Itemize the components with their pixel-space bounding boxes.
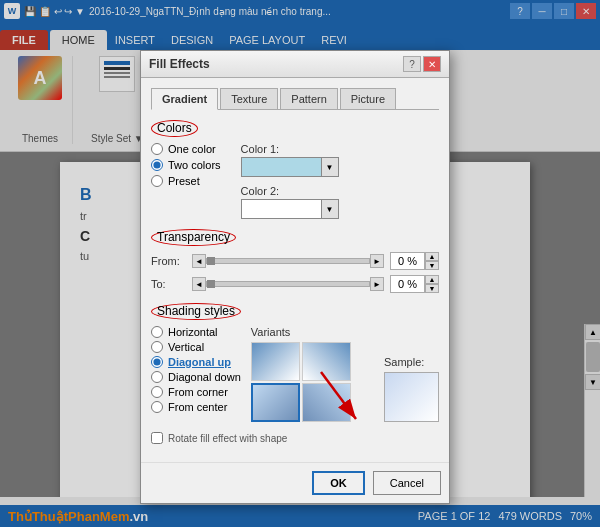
variants-label: Variants (251, 326, 370, 338)
dialog-overlay: Fill Effects ? ✕ Gradient Texture Patter… (0, 0, 600, 527)
tab-texture[interactable]: Texture (220, 88, 278, 109)
two-colors-radio[interactable] (151, 159, 163, 171)
dialog-tabs: Gradient Texture Pattern Picture (151, 88, 439, 110)
svg-line-1 (321, 372, 356, 419)
from-center-label: From center (168, 401, 227, 413)
from-slider-track[interactable] (206, 258, 370, 264)
ok-button[interactable]: OK (312, 471, 365, 495)
to-label: To: (151, 278, 186, 290)
from-spinner-down[interactable]: ▼ (425, 261, 439, 270)
dialog-help-button[interactable]: ? (403, 56, 421, 72)
from-slider[interactable]: ◄ ► (192, 254, 384, 268)
vertical-radio[interactable] (151, 341, 163, 353)
one-color-label: One color (168, 143, 216, 155)
horizontal-label: Horizontal (168, 326, 218, 338)
from-spinner-up[interactable]: ▲ (425, 252, 439, 261)
preset-radio[interactable] (151, 175, 163, 187)
from-slider-right[interactable]: ► (370, 254, 384, 268)
rotate-label: Rotate fill effect with shape (168, 433, 287, 444)
dialog-buttons: OK Cancel (141, 462, 449, 503)
color2-box[interactable] (241, 199, 321, 219)
diagonal-down-label: Diagonal down (168, 371, 241, 383)
from-label: From: (151, 255, 186, 267)
to-slider-track[interactable] (206, 281, 370, 287)
vertical-label: Vertical (168, 341, 204, 353)
vertical-option[interactable]: Vertical (151, 341, 241, 353)
one-color-radio[interactable] (151, 143, 163, 155)
color-pickers: Color 1: ▼ Color 2: ▼ (241, 143, 339, 219)
preset-option[interactable]: Preset (151, 175, 221, 187)
arrow-annotation (311, 367, 371, 427)
from-corner-label: From corner (168, 386, 228, 398)
color1-picker-row: Color 1: ▼ (241, 143, 339, 177)
from-center-radio[interactable] (151, 401, 163, 413)
sample-label: Sample: (384, 356, 439, 368)
cancel-button[interactable]: Cancel (373, 471, 441, 495)
shading-options: Horizontal Vertical Diagonal up Dia (151, 326, 241, 422)
sample-box (384, 372, 439, 422)
two-colors-label: Two colors (168, 159, 221, 171)
from-corner-radio[interactable] (151, 386, 163, 398)
tab-pattern[interactable]: Pattern (280, 88, 337, 109)
colors-section: Colors One color Two colors (151, 120, 439, 219)
shading-label: Shading styles (151, 303, 241, 320)
to-spinner-down[interactable]: ▼ (425, 284, 439, 293)
dialog-title-bar: Fill Effects ? ✕ (141, 51, 449, 78)
tab-gradient[interactable]: Gradient (151, 88, 218, 110)
to-slider-thumb[interactable] (207, 280, 215, 288)
horizontal-option[interactable]: Horizontal (151, 326, 241, 338)
tab-picture[interactable]: Picture (340, 88, 396, 109)
from-center-option[interactable]: From center (151, 401, 241, 413)
variant-1[interactable] (251, 342, 300, 381)
fill-effects-dialog: Fill Effects ? ✕ Gradient Texture Patter… (140, 50, 450, 504)
two-colors-option[interactable]: Two colors (151, 159, 221, 171)
horizontal-radio[interactable] (151, 326, 163, 338)
color-options: One color Two colors Preset (151, 143, 221, 219)
rotate-checkbox-row: Rotate fill effect with shape (151, 432, 439, 444)
transparency-section: Transparency From: ◄ ► (151, 229, 439, 293)
diagonal-down-radio[interactable] (151, 371, 163, 383)
to-percent-input[interactable] (390, 275, 425, 293)
color1-dropdown[interactable]: ▼ (321, 157, 339, 177)
dialog-close-button[interactable]: ✕ (423, 56, 441, 72)
from-slider-left[interactable]: ◄ (192, 254, 206, 268)
rotate-checkbox[interactable] (151, 432, 163, 444)
diagonal-up-label: Diagonal up (168, 356, 231, 368)
diagonal-down-option[interactable]: Diagonal down (151, 371, 241, 383)
transparency-from-row: From: ◄ ► ▲ ▼ (151, 252, 439, 270)
colors-section-label: Colors (151, 120, 198, 137)
preset-label: Preset (168, 175, 200, 187)
from-corner-option[interactable]: From corner (151, 386, 241, 398)
from-percent-input[interactable] (390, 252, 425, 270)
color2-dropdown[interactable]: ▼ (321, 199, 339, 219)
color1-label: Color 1: (241, 143, 339, 155)
variant-3[interactable] (251, 383, 300, 422)
shading-section: Shading styles Horizontal Vertical (151, 303, 439, 422)
diagonal-up-option[interactable]: Diagonal up (151, 356, 241, 368)
to-slider[interactable]: ◄ ► (192, 277, 384, 291)
to-slider-right[interactable]: ► (370, 277, 384, 291)
color1-box[interactable] (241, 157, 321, 177)
diagonal-up-radio[interactable] (151, 356, 163, 368)
dialog-title: Fill Effects (149, 57, 210, 71)
to-slider-left[interactable]: ◄ (192, 277, 206, 291)
color2-picker-row: Color 2: ▼ (241, 185, 339, 219)
from-slider-thumb[interactable] (207, 257, 215, 265)
to-spinner-up[interactable]: ▲ (425, 275, 439, 284)
dialog-body: Gradient Texture Pattern Picture Colors … (141, 78, 449, 458)
transparency-to-row: To: ◄ ► ▲ ▼ (151, 275, 439, 293)
color2-label: Color 2: (241, 185, 339, 197)
one-color-option[interactable]: One color (151, 143, 221, 155)
transparency-label: Transparency (151, 229, 236, 246)
